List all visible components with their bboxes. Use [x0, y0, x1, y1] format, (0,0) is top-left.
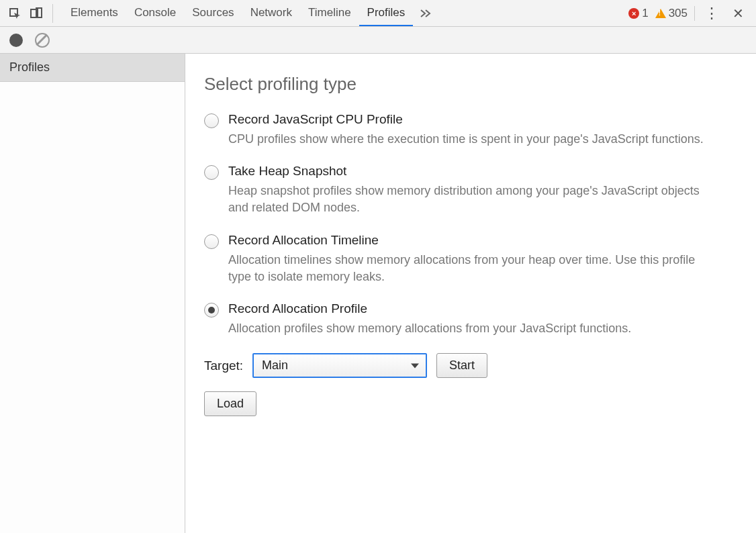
radio-cpu-profile[interactable]	[204, 113, 219, 128]
option-title: Record Allocation Profile	[228, 301, 737, 316]
error-count[interactable]: × 1	[628, 7, 648, 20]
option-title: Record Allocation Timeline	[228, 233, 737, 248]
option-text: Record Allocation Profile Allocation pro…	[228, 301, 737, 337]
device-toggle-icon[interactable]	[30, 7, 43, 20]
option-desc: Allocation timelines show memory allocat…	[228, 252, 712, 285]
sidebar: Profiles	[0, 54, 185, 533]
option-allocation-timeline[interactable]: Record Allocation Timeline Allocation ti…	[204, 233, 737, 285]
option-desc: CPU profiles show where the execution ti…	[228, 131, 712, 148]
record-button[interactable]	[9, 34, 23, 47]
inspect-element-icon[interactable]	[8, 7, 21, 20]
target-select-value: Main	[262, 358, 288, 373]
clear-button[interactable]	[35, 33, 50, 48]
radio-allocation-profile[interactable]	[204, 303, 219, 318]
warning-count-value: 305	[669, 7, 688, 20]
error-count-value: 1	[642, 7, 648, 20]
option-allocation-profile[interactable]: Record Allocation Profile Allocation pro…	[204, 301, 737, 337]
start-button[interactable]: Start	[436, 353, 487, 378]
sidebar-item-profiles[interactable]: Profiles	[0, 54, 185, 82]
page-title: Select profiling type	[204, 74, 737, 95]
tab-elements[interactable]: Elements	[62, 0, 126, 26]
load-button[interactable]: Load	[204, 391, 256, 416]
panel-tabs: Elements Console Sources Network Timelin…	[62, 0, 628, 26]
tab-sources[interactable]: Sources	[184, 0, 242, 26]
option-heap-snapshot[interactable]: Take Heap Snapshot Heap snapshot profile…	[204, 164, 737, 216]
option-title: Take Heap Snapshot	[228, 164, 737, 179]
main-split: Profiles Select profiling type Record Ja…	[0, 54, 756, 533]
toolbar-left-icons	[8, 4, 53, 23]
kebab-menu-icon[interactable]: ⋮	[702, 6, 722, 21]
devtools-toolbar: Elements Console Sources Network Timelin…	[0, 0, 756, 27]
overflow-tabs-icon[interactable]	[413, 0, 438, 26]
radio-heap-snapshot[interactable]	[204, 165, 219, 180]
profiles-subtoolbar	[0, 27, 756, 54]
close-icon[interactable]: ✕	[728, 5, 748, 21]
toolbar-right: × 1 305 ⋮ ✕	[628, 5, 748, 21]
target-select[interactable]: Main	[252, 353, 427, 378]
option-desc: Heap snapshot profiles show memory distr…	[228, 183, 712, 216]
option-text: Record Allocation Timeline Allocation ti…	[228, 233, 737, 285]
radio-allocation-timeline[interactable]	[204, 234, 219, 249]
tab-network[interactable]: Network	[242, 0, 300, 26]
tab-timeline[interactable]: Timeline	[300, 0, 359, 26]
chevron-down-icon	[411, 363, 419, 368]
option-title: Record JavaScript CPU Profile	[228, 112, 737, 127]
warning-icon	[655, 9, 666, 18]
content-pane: Select profiling type Record JavaScript …	[185, 54, 756, 533]
divider	[694, 6, 695, 21]
error-icon: ×	[628, 8, 639, 19]
option-text: Record JavaScript CPU Profile CPU profil…	[228, 112, 737, 148]
target-row: Target: Main Start	[204, 353, 737, 378]
option-cpu-profile[interactable]: Record JavaScript CPU Profile CPU profil…	[204, 112, 737, 148]
tab-profiles[interactable]: Profiles	[359, 0, 414, 26]
target-label: Target:	[204, 358, 243, 373]
warning-count[interactable]: 305	[655, 7, 688, 20]
option-text: Take Heap Snapshot Heap snapshot profile…	[228, 164, 737, 216]
option-desc: Allocation profiles show memory allocati…	[228, 320, 712, 337]
tab-console[interactable]: Console	[126, 0, 184, 26]
